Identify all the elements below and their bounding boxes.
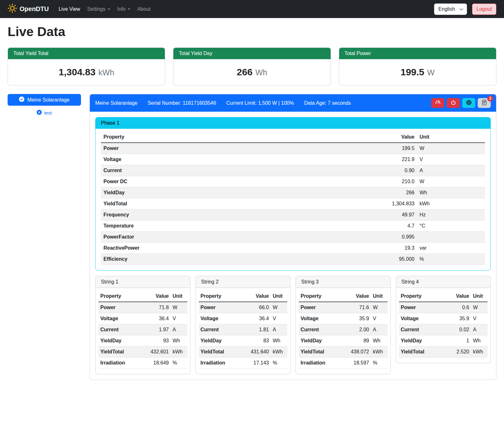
logout-button[interactable]: Logout bbox=[472, 3, 496, 15]
unit-cell: A bbox=[271, 324, 287, 335]
value-cell: 35.9 bbox=[335, 313, 371, 324]
property-column-header: Property bbox=[199, 291, 235, 302]
summary-card-title: Total Yield Day bbox=[173, 48, 330, 59]
table-row: YieldTotal 432.601 kWh bbox=[98, 346, 187, 358]
property-cell: Irradiation bbox=[199, 358, 235, 369]
table-row: YieldTotal 1,304.833 kWh bbox=[101, 198, 485, 209]
property-cell: Current bbox=[299, 324, 335, 335]
table-row: PowerFactor 0.995 bbox=[101, 232, 485, 243]
property-cell: YieldDay bbox=[101, 187, 259, 198]
value-cell: 1.97 bbox=[134, 324, 171, 335]
value-cell: 49.97 bbox=[259, 209, 417, 221]
table-header-row: Property Value Unit bbox=[299, 291, 388, 302]
value-cell: 36.4 bbox=[235, 313, 271, 324]
summary-card-value: 1,304.83 bbox=[59, 67, 96, 77]
table-row: YieldTotal 431.640 kWh bbox=[199, 346, 288, 358]
string-card: String 4 Property Value Unit bbox=[396, 276, 491, 363]
property-cell: Power bbox=[199, 302, 235, 313]
property-column-header: Property bbox=[98, 291, 134, 302]
value-column-header: Value bbox=[435, 291, 471, 302]
limit-settings-button[interactable] bbox=[431, 98, 444, 108]
table-row: Power 66.0 W bbox=[199, 302, 288, 313]
property-cell: Voltage bbox=[299, 313, 335, 324]
table-row: Voltage 35.9 V bbox=[399, 313, 488, 324]
language-select[interactable]: English bbox=[434, 3, 467, 15]
unit-column-header: Unit bbox=[471, 291, 488, 302]
inverter-select-button[interactable]: Meine Solaranlage bbox=[8, 94, 81, 106]
unit-cell: V bbox=[417, 154, 485, 165]
phase-card: Phase 1 Property Value Unit bbox=[95, 117, 491, 271]
value-cell: 431.640 bbox=[235, 346, 271, 358]
events-button[interactable]: 2 bbox=[478, 98, 491, 108]
nav-about[interactable]: About bbox=[134, 4, 153, 15]
string-title: String 4 bbox=[396, 276, 491, 288]
inverter-select-label: Meine Solaranlage bbox=[27, 97, 69, 103]
caret-down-icon bbox=[128, 9, 130, 10]
value-cell: 19.3 bbox=[259, 243, 417, 254]
value-column-header: Value bbox=[259, 132, 417, 143]
table-row: YieldDay 1 Wh bbox=[399, 335, 488, 346]
summary-card-value: 199.5 bbox=[401, 67, 424, 77]
cpu-icon bbox=[466, 100, 472, 106]
value-cell: 35.9 bbox=[435, 313, 471, 324]
summary-card-value: 266 bbox=[237, 67, 252, 77]
unit-column-header: Unit bbox=[171, 291, 187, 302]
inverter-test-link[interactable]: test bbox=[8, 110, 81, 116]
power-button[interactable] bbox=[447, 98, 460, 108]
nav-settings-label: Settings bbox=[87, 6, 105, 12]
table-row: Efficiency 95.000 % bbox=[101, 254, 485, 265]
value-cell: 83 bbox=[235, 335, 271, 346]
property-cell: Current bbox=[101, 165, 259, 176]
value-cell: 0.6 bbox=[435, 302, 471, 313]
property-cell: YieldTotal bbox=[98, 346, 134, 358]
summary-card-unit: kWh bbox=[98, 68, 114, 77]
table-row: Current 0.90 A bbox=[101, 165, 485, 176]
table-header-row: Property Value Unit bbox=[98, 291, 187, 302]
property-cell: Voltage bbox=[98, 313, 134, 324]
inverter-info-button[interactable] bbox=[462, 98, 475, 108]
property-cell: Power DC bbox=[101, 176, 259, 187]
nav-info[interactable]: Info bbox=[114, 4, 133, 15]
language-select-value: English bbox=[439, 6, 455, 12]
value-cell: 71.8 bbox=[134, 302, 171, 313]
property-cell: YieldTotal bbox=[299, 346, 335, 358]
value-cell: 1.81 bbox=[235, 324, 271, 335]
nav-info-label: Info bbox=[117, 6, 126, 12]
table-row: YieldDay 83 Wh bbox=[199, 335, 288, 346]
unit-cell: Hz bbox=[417, 209, 485, 221]
property-cell: Temperature bbox=[101, 221, 259, 232]
summary-card: Total Yield Total 1,304.83kWh bbox=[8, 47, 165, 85]
x-circle-icon bbox=[37, 110, 42, 116]
brand[interactable]: OpenDTU bbox=[8, 3, 49, 15]
nav-settings[interactable]: Settings bbox=[84, 4, 113, 15]
property-cell: Irradiation bbox=[98, 358, 134, 369]
property-cell: Power bbox=[299, 302, 335, 313]
property-cell: Frequency bbox=[101, 209, 259, 221]
brand-label: OpenDTU bbox=[20, 5, 49, 13]
string-title: String 3 bbox=[296, 276, 390, 288]
value-cell: 432.601 bbox=[134, 346, 171, 358]
table-header-row: Property Value Unit bbox=[199, 291, 288, 302]
property-column-header: Property bbox=[101, 132, 259, 143]
property-cell: YieldTotal bbox=[199, 346, 235, 358]
value-cell: 18.597 bbox=[335, 358, 371, 369]
table-row: Power 0.6 W bbox=[399, 302, 488, 313]
property-cell: Voltage bbox=[399, 313, 435, 324]
property-column-header: Property bbox=[299, 291, 335, 302]
table-row: Voltage 36.4 V bbox=[98, 313, 187, 324]
value-cell: 0.90 bbox=[259, 165, 417, 176]
property-column-header: Property bbox=[399, 291, 435, 302]
unit-cell: V bbox=[371, 313, 388, 324]
unit-cell: A bbox=[471, 324, 488, 335]
property-cell: YieldTotal bbox=[399, 346, 435, 358]
table-row: Voltage 36.4 V bbox=[199, 313, 288, 324]
unit-cell: % bbox=[371, 358, 388, 369]
value-column-header: Value bbox=[134, 291, 171, 302]
nav-live-view[interactable]: Live View bbox=[56, 4, 83, 15]
value-cell: 36.4 bbox=[134, 313, 171, 324]
table-row: Current 1.97 A bbox=[98, 324, 187, 335]
summary-row: Total Yield Total 1,304.83kWh Total Yiel… bbox=[8, 47, 496, 85]
unit-cell: kWh bbox=[417, 198, 485, 209]
value-cell: 210.0 bbox=[259, 176, 417, 187]
property-cell: YieldTotal bbox=[101, 198, 259, 209]
